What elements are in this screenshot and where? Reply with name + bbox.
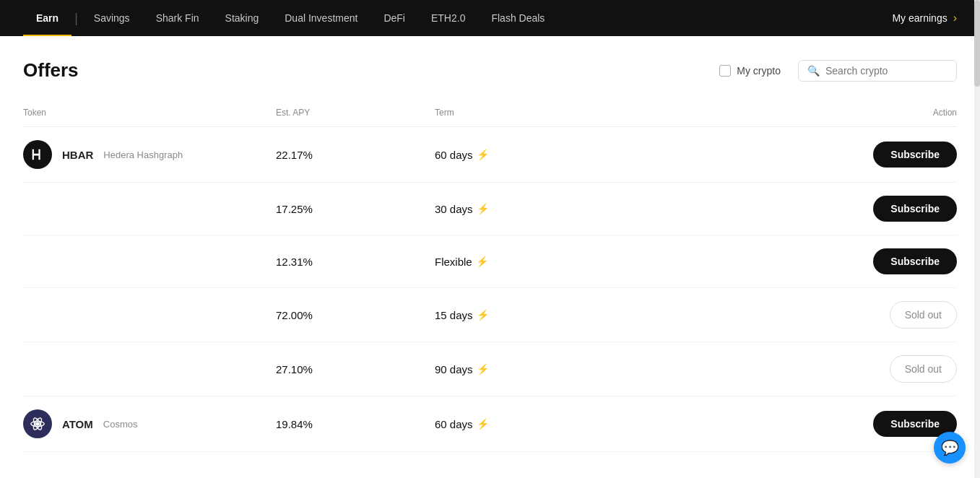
chat-icon: 💬	[941, 439, 959, 452]
main-content: Offers My crypto 🔍 Token Est. APY Term A…	[0, 36, 980, 452]
term-cell: 60 days ⚡	[435, 149, 841, 161]
flash-icon: ⚡	[477, 203, 489, 214]
action-cell: Sold out	[841, 355, 957, 383]
scrollbar[interactable]	[974, 0, 980, 452]
subscribe-button[interactable]: Subscribe	[873, 142, 957, 168]
subscribe-button[interactable]: Subscribe	[873, 248, 957, 274]
col-action: Action	[841, 105, 957, 121]
token-symbol: HBAR	[62, 149, 93, 161]
svg-point-0	[35, 422, 40, 426]
apy-cell: 17.25%	[276, 203, 435, 215]
flash-icon: ⚡	[477, 418, 489, 430]
token-symbol: ATOM	[62, 418, 93, 430]
term-cell: Flexible ⚡	[435, 256, 841, 268]
top-navigation: Earn | Savings Shark Fin Staking Dual In…	[0, 0, 980, 36]
nav-savings[interactable]: Savings	[81, 0, 143, 36]
table-row: HBARHedera Hashgraph22.17%60 days ⚡Subsc…	[23, 127, 957, 183]
my-crypto-label: My crypto	[737, 65, 781, 77]
nav-earn[interactable]: Earn	[23, 0, 71, 36]
table-row: 72.00%15 days ⚡Sold out	[23, 288, 957, 342]
apy-cell: 72.00%	[276, 309, 435, 321]
scroll-thumb[interactable]	[974, 0, 980, 87]
sold-out-button: Sold out	[890, 301, 957, 329]
search-box: 🔍	[798, 60, 957, 82]
nav-dual-investment[interactable]: Dual Investment	[272, 0, 370, 36]
nav-shark-fin[interactable]: Shark Fin	[143, 0, 212, 36]
apy-cell: 19.84%	[276, 418, 435, 430]
apy-cell: 22.17%	[276, 149, 435, 161]
subscribe-button[interactable]: Subscribe	[873, 196, 957, 222]
term-cell: 60 days ⚡	[435, 418, 841, 430]
flash-icon: ⚡	[477, 309, 489, 321]
apy-cell: 12.31%	[276, 256, 435, 268]
nav-separator: |	[71, 11, 81, 26]
my-crypto-filter[interactable]: My crypto	[719, 65, 781, 77]
term-cell: 15 days ⚡	[435, 309, 841, 321]
table-row: 17.25%30 days ⚡Subscribe	[23, 183, 957, 235]
search-input[interactable]	[825, 65, 948, 77]
table-header: Token Est. APY Term Action	[23, 99, 957, 127]
col-apy: Est. APY	[276, 105, 435, 121]
table-row: 27.10%90 days ⚡Sold out	[23, 342, 957, 396]
token-logo	[23, 140, 52, 169]
token-fullname: Cosmos	[103, 419, 138, 430]
my-crypto-checkbox[interactable]	[719, 65, 731, 77]
page-title: Offers	[23, 59, 719, 82]
nav-flash-deals[interactable]: Flash Deals	[478, 0, 558, 36]
table-row: 12.31%Flexible ⚡Subscribe	[23, 235, 957, 288]
nav-staking[interactable]: Staking	[212, 0, 272, 36]
action-cell: Subscribe	[841, 196, 957, 222]
nav-defi[interactable]: DeFi	[370, 0, 418, 36]
sold-out-button: Sold out	[890, 355, 957, 383]
apy-cell: 27.10%	[276, 363, 435, 375]
token-fullname: Hedera Hashgraph	[103, 149, 183, 160]
action-cell: Subscribe	[841, 142, 957, 168]
earnings-arrow-icon: ›	[953, 12, 957, 25]
action-cell: Sold out	[841, 301, 957, 329]
token-cell: ATOMCosmos	[23, 409, 276, 438]
term-cell: 90 days ⚡	[435, 363, 841, 375]
search-icon: 🔍	[807, 65, 820, 77]
col-token: Token	[23, 105, 276, 121]
flash-icon: ⚡	[477, 149, 489, 160]
action-cell: Subscribe	[841, 411, 957, 437]
flash-icon: ⚡	[476, 256, 488, 267]
flash-icon: ⚡	[477, 363, 489, 375]
my-earnings-link[interactable]: My earnings ›	[892, 12, 957, 25]
table-row: ATOMCosmos19.84%60 days ⚡Subscribe	[23, 396, 957, 452]
token-logo	[23, 409, 52, 438]
col-term: Term	[435, 105, 841, 121]
offers-header: Offers My crypto 🔍	[23, 59, 957, 82]
term-cell: 30 days ⚡	[435, 203, 841, 215]
action-cell: Subscribe	[841, 248, 957, 274]
nav-items: Earn | Savings Shark Fin Staking Dual In…	[23, 0, 892, 36]
table-body: HBARHedera Hashgraph22.17%60 days ⚡Subsc…	[23, 127, 957, 452]
token-cell: HBARHedera Hashgraph	[23, 140, 276, 169]
nav-eth2[interactable]: ETH2.0	[418, 0, 478, 36]
